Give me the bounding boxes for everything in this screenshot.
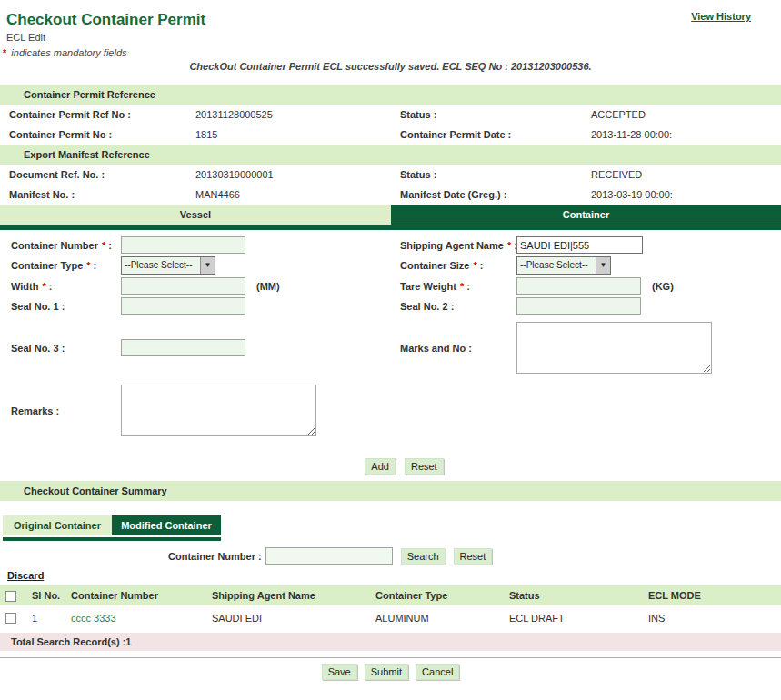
tare-weight-input[interactable] — [516, 277, 641, 295]
chevron-down-icon[interactable]: ▼ — [200, 257, 215, 274]
summary-table-header-row: Sl No. Container Number Shipping Agent N… — [0, 585, 781, 605]
select-all-checkbox[interactable] — [5, 591, 16, 602]
section-export-manifest-reference: Export Manifest Reference — [0, 145, 781, 165]
tab-container[interactable]: Container — [391, 205, 781, 225]
container-number-input[interactable] — [121, 236, 245, 254]
container-search-row: Container Number : Search Reset — [0, 547, 781, 565]
total-records-bar: Total Search Record(s) :1 — [0, 633, 781, 651]
col-ecl-mode: ECL MODE — [641, 585, 781, 605]
chevron-down-icon[interactable]: ▼ — [596, 257, 610, 274]
field-value: MAN4466 — [195, 185, 400, 205]
field-label: Status : — [400, 105, 591, 125]
required-star: * — [3, 47, 6, 58]
cell-status: ECL DRAFT — [502, 605, 641, 630]
field-value: RECEIVED — [591, 165, 781, 185]
field-value: 1815 — [195, 125, 400, 145]
tab-vessel[interactable]: Vessel — [0, 205, 391, 225]
field-value: 2013-11-28 00:00: — [591, 125, 781, 145]
container-number-search-input[interactable] — [265, 547, 393, 565]
col-shipping-agent-name: Shipping Agent Name — [205, 585, 368, 605]
page-header: Checkout Container Permit ECL Edit View … — [0, 0, 781, 43]
tab-original-container[interactable]: Original Container — [3, 515, 112, 535]
page-subtitle: ECL Edit — [6, 32, 781, 43]
reset-button[interactable]: Reset — [405, 458, 444, 475]
col-sl-no: Sl No. — [25, 585, 64, 605]
cell-ecl-mode: INS — [641, 605, 781, 630]
field-label: Status : — [400, 165, 591, 185]
field-label: Container Permit Date : — [400, 125, 591, 145]
cell-container-type: ALUMINUM — [368, 605, 502, 630]
tare-weight-label: Tare Weight*: — [400, 277, 516, 295]
save-button[interactable]: Save — [322, 664, 357, 680]
container-number-label: Container Number*: — [11, 236, 121, 254]
view-history-link[interactable]: View History — [691, 11, 751, 22]
seal-no-2-input[interactable] — [516, 297, 641, 315]
remarks-textarea[interactable] — [121, 385, 316, 436]
field-value: 20131128000525 — [195, 105, 400, 125]
field-label: Container Permit Ref No : — [9, 105, 195, 125]
field-value: ACCEPTED — [591, 105, 781, 125]
cancel-button[interactable]: Cancel — [416, 664, 459, 680]
checkout-container-permit-page: Checkout Container Permit ECL Edit View … — [0, 0, 781, 700]
manifest-reference-grid: Document Ref. No. : 20130319000001 Statu… — [0, 165, 781, 205]
field-label: Manifest No. : — [9, 185, 195, 205]
success-message: CheckOut Container Permit ECL successful… — [0, 61, 781, 72]
seal-no-3-input[interactable] — [121, 339, 245, 356]
seal-no-3-label: Seal No. 3 : — [11, 343, 121, 354]
container-size-selected-value: --Please Select-- — [517, 257, 596, 274]
add-button[interactable]: Add — [365, 458, 396, 475]
main-tab-bar: Vessel Container — [0, 205, 781, 225]
container-type-selected-value: --Please Select-- — [122, 257, 200, 274]
field-label: Document Ref. No. : — [9, 165, 195, 185]
field-value: 20130319000001 — [195, 165, 400, 185]
form-actions: Add Reset — [0, 458, 781, 475]
marks-and-no-label: Marks and No : — [400, 343, 516, 354]
seal-no-2-label: Seal No. 2 : — [400, 297, 516, 315]
page-title: Checkout Container Permit — [6, 11, 781, 29]
section-checkout-container-summary: Checkout Container Summary — [0, 481, 781, 501]
tab-modified-container[interactable]: Modified Container — [112, 515, 221, 535]
shipping-agent-name-label: Shipping Agent Name*: — [400, 236, 516, 254]
seal-no-1-input[interactable] — [121, 297, 245, 315]
summary-tab-underline — [3, 537, 221, 541]
col-status: Status — [502, 585, 641, 605]
discard-link[interactable]: Discard — [7, 570, 44, 581]
seal-no-1-label: Seal No. 1 : — [11, 297, 121, 315]
permit-reference-grid: Container Permit Ref No : 20131128000525… — [0, 105, 781, 145]
container-type-label: Container Type*: — [11, 256, 121, 275]
tare-weight-unit: (KG) — [652, 277, 674, 295]
row-checkbox[interactable] — [5, 613, 16, 624]
mandatory-note-text: indicates mandatory fields — [8, 47, 126, 58]
field-value: 2013-03-19 00:00: — [591, 185, 781, 205]
search-reset-button[interactable]: Reset — [454, 548, 493, 565]
container-size-label: Container Size*: — [400, 256, 516, 275]
container-number-search-label: Container Number : — [168, 551, 262, 562]
section-container-permit-reference: Container Permit Reference — [0, 85, 781, 105]
field-label: Container Permit No : — [9, 125, 195, 145]
shipping-agent-name-input[interactable] — [516, 236, 643, 254]
container-number-link[interactable]: cccc 3333 — [71, 613, 116, 624]
marks-and-no-textarea[interactable] — [516, 322, 712, 374]
summary-table: Sl No. Container Number Shipping Agent N… — [0, 585, 781, 630]
mandatory-note: * indicates mandatory fields — [3, 47, 781, 58]
container-type-select[interactable]: --Please Select-- ▼ — [121, 256, 215, 275]
submit-button[interactable]: Submit — [365, 664, 408, 680]
summary-tab-bar: Original Container Modified Container — [3, 515, 781, 535]
width-input[interactable] — [121, 277, 245, 295]
col-container-type: Container Type — [368, 585, 502, 605]
table-row: 1 cccc 3333 SAUDI EDI ALUMINUM ECL DRAFT… — [0, 605, 781, 630]
cell-sl-no: 1 — [25, 605, 64, 630]
remarks-label: Remarks : — [11, 405, 121, 416]
search-button[interactable]: Search — [401, 548, 446, 565]
width-label: Width*: — [11, 277, 121, 295]
container-size-select[interactable]: --Please Select-- ▼ — [516, 256, 611, 275]
width-unit: (MM) — [256, 277, 280, 295]
cell-shipping-agent-name: SAUDI EDI — [205, 605, 368, 630]
col-container-number: Container Number — [64, 585, 205, 605]
footer-divider — [0, 657, 781, 658]
field-label: Manifest Date (Greg.) : — [400, 185, 591, 205]
footer-actions: Save Submit Cancel — [0, 664, 781, 680]
container-form: Container Number*: Shipping Agent Name*:… — [0, 230, 781, 475]
